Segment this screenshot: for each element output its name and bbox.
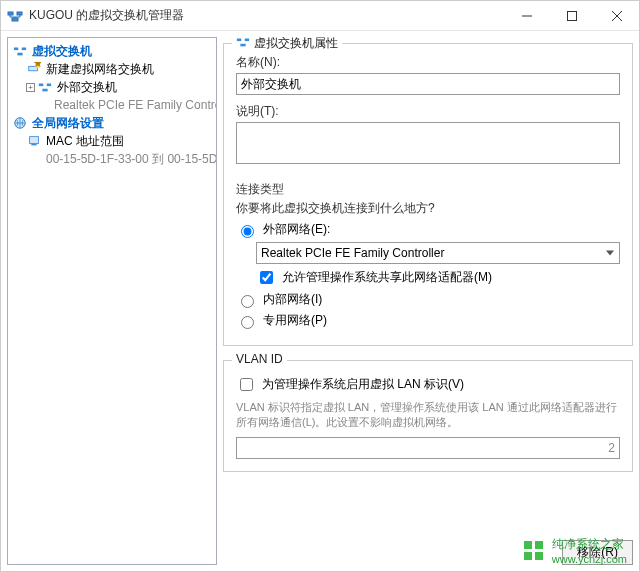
radio-private-label: 专用网络(P) [263,312,327,329]
tree-item-label: 新建虚拟网络交换机 [46,61,154,78]
nic-icon [26,133,42,149]
tree-item-sublabel: 00-15-5D-1F-33-00 到 00-15-5D-1... [46,151,217,168]
app-icon [7,8,23,24]
group-title-text: 虚拟交换机属性 [254,37,338,52]
tree-item-label: MAC 地址范围 [46,133,124,150]
svg-rect-13 [39,84,43,87]
window-title: KUGOU 的虚拟交换机管理器 [29,7,184,24]
radio-external-label: 外部网络(E): [263,221,330,238]
svg-rect-15 [42,89,47,92]
tree-category-virtual-switches[interactable]: 虚拟交换机 [8,42,216,60]
group-vlan: VLAN ID 为管理操作系统启用虚拟 LAN 标识(V) VLAN 标识符指定… [223,360,633,472]
titlebar: KUGOU 的虚拟交换机管理器 [1,1,639,31]
svg-rect-4 [567,11,576,20]
radio-external-row[interactable]: 外部网络(E): [236,221,620,238]
titlebar-left: KUGOU 的虚拟交换机管理器 [1,7,184,24]
tree-category-label: 全局网络设置 [32,115,104,132]
tree-item-sublabel: Realtek PCIe FE Family Controller [54,98,217,112]
close-button[interactable] [594,1,639,30]
vlan-enable-checkbox[interactable] [240,378,253,391]
svg-rect-8 [22,48,26,51]
radio-external[interactable] [241,225,254,238]
tree-item-new-switch[interactable]: ★ 新建虚拟网络交换机 [8,60,216,78]
tree-item-external-switch-sub: Realtek PCIe FE Family Controller [8,96,216,114]
main-panel: 虚拟交换机属性 名称(N): 说明(T): 连接类型 你要将此虚拟交换机连接到什… [223,37,633,565]
radio-private[interactable] [241,316,254,329]
tree-item-mac-range-sub: 00-15-5D-1F-33-00 到 00-15-5D-1... [8,150,216,168]
sidebar-tree[interactable]: 虚拟交换机 ★ 新建虚拟网络交换机 + 外部交换机 Realtek PCIe F… [7,37,217,565]
tree-category-label: 虚拟交换机 [32,43,92,60]
tree-item-label: 外部交换机 [57,79,117,96]
adapter-select[interactable]: Realtek PCIe FE Family Controller [256,242,620,264]
switch-icon [236,37,250,52]
svg-text:★: ★ [33,62,42,69]
svg-rect-9 [17,53,22,56]
tree-item-external-switch[interactable]: + 外部交换机 [8,78,216,96]
group-switch-properties: 虚拟交换机属性 名称(N): 说明(T): 连接类型 你要将此虚拟交换机连接到什… [223,43,633,346]
radio-private-row[interactable]: 专用网络(P) [236,312,620,329]
remove-button[interactable]: 移除(R) [562,540,633,565]
switch-icon [12,43,28,59]
description-label: 说明(T): [236,103,620,120]
svg-rect-14 [47,84,51,87]
vlan-id-input [236,437,620,459]
tree-item-mac-range[interactable]: MAC 地址范围 [8,132,216,150]
name-label: 名称(N): [236,54,620,71]
group-vlan-title: VLAN ID [232,352,287,366]
name-input[interactable] [236,73,620,95]
vlan-enable-row[interactable]: 为管理操作系统启用虚拟 LAN 标识(V) [236,375,620,394]
group-title: 虚拟交换机属性 [232,37,342,52]
svg-rect-17 [30,137,39,144]
minimize-button[interactable] [504,1,549,30]
svg-rect-7 [14,48,18,51]
svg-rect-2 [12,18,18,21]
description-textarea[interactable] [236,122,620,164]
radio-internal-row[interactable]: 内部网络(I) [236,291,620,308]
vlan-enable-label: 为管理操作系统启用虚拟 LAN 标识(V) [262,376,464,393]
expand-icon[interactable]: + [26,83,35,92]
connection-type-title: 连接类型 [236,181,620,198]
body: 虚拟交换机 ★ 新建虚拟网络交换机 + 外部交换机 Realtek PCIe F… [1,31,639,571]
svg-rect-21 [240,44,245,47]
button-row: 移除(R) [223,540,633,565]
tree-category-global-network[interactable]: 全局网络设置 [8,114,216,132]
switch-icon [37,79,53,95]
svg-rect-0 [8,12,13,15]
globe-icon [12,115,28,131]
radio-internal-label: 内部网络(I) [263,291,322,308]
radio-internal[interactable] [241,295,254,308]
svg-rect-20 [245,39,249,42]
share-adapter-row[interactable]: 允许管理操作系统共享此网络适配器(M) [256,268,620,287]
svg-rect-19 [237,39,241,42]
share-adapter-label: 允许管理操作系统共享此网络适配器(M) [282,269,492,286]
new-switch-icon: ★ [26,61,42,77]
svg-rect-18 [31,144,36,146]
group-vlan-title-text: VLAN ID [236,352,283,366]
window-controls [504,1,639,30]
svg-rect-1 [17,12,22,15]
vlan-hint: VLAN 标识符指定虚拟 LAN，管理操作系统使用该 LAN 通过此网络适配器进… [236,400,620,431]
maximize-button[interactable] [549,1,594,30]
share-adapter-checkbox[interactable] [260,271,273,284]
window: KUGOU 的虚拟交换机管理器 虚拟交换机 ★ 新建虚拟网络交换机 + 外部交换… [0,0,640,572]
connection-question: 你要将此虚拟交换机连接到什么地方? [236,200,620,217]
